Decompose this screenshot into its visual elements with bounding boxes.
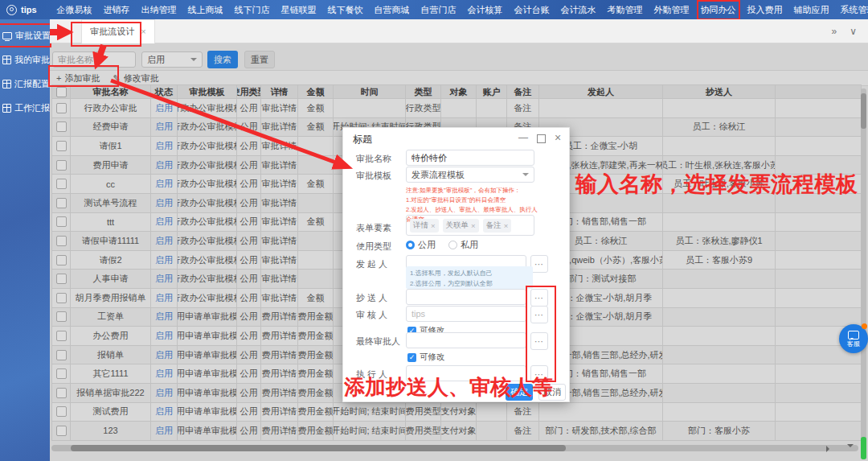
cell-status[interactable]: 启用: [151, 346, 178, 365]
approval-name-filter-input[interactable]: [52, 51, 136, 68]
tab-close-icon[interactable]: ×: [141, 27, 145, 36]
approval-template-select[interactable]: 发票流程模板: [406, 167, 534, 183]
sidebar-item[interactable]: 我的审批: [2, 51, 47, 68]
cell-status[interactable]: 启用: [151, 213, 178, 233]
topnav-item[interactable]: 协同办公: [701, 4, 736, 16]
sidebar-item[interactable]: 汇报配置: [2, 76, 47, 92]
table-row[interactable]: 测试费用 启用 费用申请单审批模板 公用 费用详情 费用金额 开始时间; 结束时…: [51, 403, 862, 422]
cc-picker-button[interactable]: ⋯: [530, 289, 548, 307]
cell-status[interactable]: 启用: [151, 384, 178, 403]
cell-status[interactable]: 启用: [151, 194, 178, 213]
row-checkbox[interactable]: [56, 331, 67, 341]
cell-status[interactable]: 启用: [151, 422, 178, 441]
reset-button[interactable]: 重置: [244, 51, 275, 68]
add-approval-button[interactable]: + 添加审批: [56, 72, 100, 84]
cell-status[interactable]: 启用: [151, 118, 178, 138]
form-tag[interactable]: 备注: [483, 219, 512, 233]
tab-approval-flow-design[interactable]: 审批流设计 ×: [81, 19, 154, 43]
sidebar-item[interactable]: 工作汇报: [2, 100, 47, 116]
final-approver-picker-button[interactable]: ⋯: [530, 332, 548, 350]
vertical-scrollbar[interactable]: [861, 88, 866, 459]
topnav-item[interactable]: 会计核算: [468, 4, 503, 16]
topnav-item[interactable]: 外勤管理: [654, 4, 690, 16]
topnav-item[interactable]: 系统管理: [841, 4, 868, 16]
row-checkbox[interactable]: [56, 311, 67, 322]
topnav-item[interactable]: 进销存: [104, 4, 130, 16]
minimize-icon[interactable]: —: [518, 132, 528, 143]
executor-picker-button[interactable]: ⋯: [530, 365, 548, 383]
row-checkbox[interactable]: [56, 236, 67, 246]
cell-status[interactable]: 启用: [151, 364, 178, 384]
horizontal-scrollbar[interactable]: [51, 445, 858, 451]
topnav-item[interactable]: 考勤管理: [608, 4, 643, 16]
row-checkbox[interactable]: [56, 406, 67, 417]
table-row[interactable]: 123 启用 费用申请单审批模板 公用 费用详情 费用金额 开始时间; 结束时间…: [51, 422, 862, 441]
topnav-item[interactable]: 自营商城: [375, 4, 410, 16]
final-approver-input[interactable]: [406, 332, 526, 348]
confirm-button[interactable]: 确定: [506, 384, 533, 401]
cell-status[interactable]: 启用: [151, 270, 178, 289]
cell-status[interactable]: 启用: [151, 403, 178, 422]
scroll-down-arrow-icon[interactable]: [847, 444, 854, 451]
topnav-item[interactable]: 投入费用: [747, 4, 783, 16]
search-button[interactable]: 搜索: [207, 51, 238, 68]
initiator-picker-button[interactable]: ⋯: [530, 255, 548, 273]
tag-remove-icon[interactable]: [471, 221, 476, 230]
final-approver-editable-checkbox[interactable]: ✓ 可修改: [407, 352, 445, 363]
approval-name-input[interactable]: [406, 150, 534, 166]
cancel-button[interactable]: 取消: [538, 384, 566, 401]
topnav-item[interactable]: 线上商城: [188, 4, 223, 16]
row-checkbox[interactable]: [56, 426, 67, 436]
cell-status[interactable]: 启用: [151, 327, 178, 346]
cell-status[interactable]: 启用: [151, 251, 178, 270]
topnav-item[interactable]: 会计流水: [561, 4, 596, 16]
reviewer-input[interactable]: [406, 306, 526, 322]
row-checkbox[interactable]: [56, 388, 67, 398]
row-checkbox[interactable]: [56, 198, 67, 208]
cell-status[interactable]: 启用: [151, 175, 178, 194]
table-row[interactable]: 行政办公审批 启用 行政办公审批模板 公用 审批详情 金额 行政类型 备注: [51, 99, 862, 118]
horizontal-scrollbar-thumb[interactable]: [71, 445, 566, 451]
topnav-item[interactable]: 自营门店: [421, 4, 457, 16]
row-checkbox[interactable]: [56, 141, 67, 151]
topnav-item[interactable]: 星链联盟: [281, 4, 317, 16]
reviewer-picker-button[interactable]: ⋯: [530, 306, 548, 323]
cell-status[interactable]: 启用: [151, 308, 178, 327]
scroll-right-arrow-icon[interactable]: [826, 446, 833, 452]
form-tag[interactable]: 关联单: [443, 219, 479, 233]
cell-status[interactable]: 启用: [151, 232, 178, 251]
row-checkbox[interactable]: [56, 255, 67, 265]
status-filter-select[interactable]: 启用: [141, 51, 203, 68]
tab-more-icon[interactable]: ∨: [850, 26, 857, 37]
topnav-item[interactable]: 会计台账: [514, 4, 550, 16]
row-checkbox[interactable]: [56, 350, 67, 360]
vertical-scrollbar-thumb-green[interactable]: [861, 437, 866, 459]
row-checkbox[interactable]: [56, 274, 67, 284]
row-checkbox[interactable]: [56, 179, 67, 189]
row-checkbox[interactable]: [56, 103, 67, 113]
topnav-item[interactable]: 企微易核: [57, 4, 92, 16]
row-checkbox[interactable]: [56, 216, 67, 227]
cc-input[interactable]: [406, 289, 526, 305]
tab-expand-icon[interactable]: »: [832, 26, 837, 37]
row-checkbox[interactable]: [56, 293, 67, 303]
edit-approval-button[interactable]: ✎ 修改审批: [113, 72, 158, 84]
form-tag[interactable]: 详情: [410, 219, 439, 233]
close-icon[interactable]: ×: [555, 132, 561, 143]
tag-remove-icon[interactable]: [504, 221, 509, 230]
customer-service-button[interactable]: 客服: [839, 324, 868, 353]
cell-status[interactable]: 启用: [151, 137, 178, 156]
radio-private[interactable]: 私用: [448, 239, 478, 251]
vertical-scrollbar-thumb[interactable]: [861, 93, 866, 129]
radio-public[interactable]: 公用: [406, 239, 436, 251]
select-all-checkbox[interactable]: [56, 87, 67, 97]
maximize-icon[interactable]: [537, 134, 546, 143]
topnav-item[interactable]: 线下门店: [235, 4, 270, 16]
row-checkbox[interactable]: [56, 368, 67, 379]
cell-status[interactable]: 启用: [151, 99, 178, 118]
row-checkbox[interactable]: [56, 121, 67, 132]
executor-input[interactable]: [406, 365, 526, 381]
sidebar-item[interactable]: 审批设置: [2, 27, 47, 43]
topnav-item[interactable]: 线下餐饮: [328, 4, 363, 16]
topnav-item[interactable]: 出纳管理: [141, 4, 177, 16]
